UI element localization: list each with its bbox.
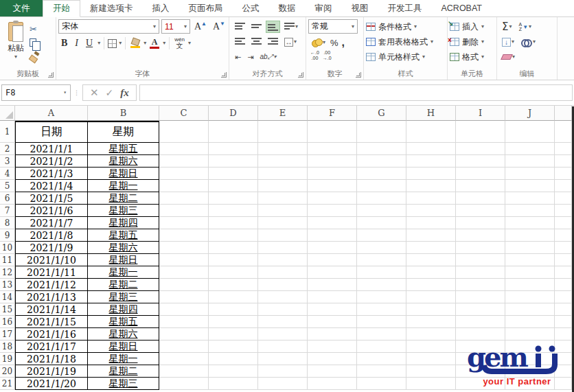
row-header-18[interactable]: 18 <box>0 341 15 353</box>
column-header-B[interactable]: B <box>88 106 159 121</box>
formula-input[interactable] <box>139 84 573 101</box>
cell-empty[interactable] <box>159 303 209 316</box>
cell-empty[interactable] <box>308 341 357 353</box>
cell-empty[interactable] <box>406 303 456 316</box>
borders-icon[interactable] <box>108 39 117 48</box>
cell-date-row15[interactable]: 2021/1/14 <box>15 303 88 316</box>
cell-empty[interactable] <box>209 365 258 378</box>
tab-item-2[interactable]: 插入 <box>143 0 179 16</box>
cell-empty[interactable] <box>555 217 572 229</box>
cell-empty[interactable] <box>555 242 572 254</box>
cell-empty[interactable] <box>357 303 406 316</box>
cell-empty[interactable] <box>357 155 406 168</box>
merge-center-button[interactable]: ↔▾ <box>283 36 298 48</box>
cell-empty[interactable] <box>505 242 555 254</box>
clear-button[interactable]: ▾ <box>501 53 516 61</box>
cell-weekday-row3[interactable]: 星期六 <box>88 155 159 168</box>
cell-date-row7[interactable]: 2021/1/6 <box>15 205 88 217</box>
cell-empty[interactable] <box>209 168 258 180</box>
cell-empty[interactable] <box>159 365 209 378</box>
cell-empty[interactable] <box>308 365 357 378</box>
cell-empty[interactable] <box>357 242 406 254</box>
cell-empty[interactable] <box>357 121 406 143</box>
cell-empty[interactable] <box>357 205 406 217</box>
row-header-13[interactable]: 13 <box>0 279 15 291</box>
cell-empty[interactable] <box>308 266 357 279</box>
cell-empty[interactable] <box>258 229 308 242</box>
cell-empty[interactable] <box>505 254 555 266</box>
column-header-G[interactable]: G <box>357 106 406 121</box>
cell-empty[interactable] <box>555 192 572 205</box>
cell-empty[interactable] <box>406 180 456 192</box>
cell-empty[interactable] <box>209 303 258 316</box>
cell-empty[interactable] <box>308 353 357 365</box>
cell-empty[interactable] <box>258 143 308 155</box>
cell-empty[interactable] <box>258 242 308 254</box>
cell-weekday-row14[interactable]: 星期三 <box>88 291 159 303</box>
cell-empty[interactable] <box>456 155 505 168</box>
column-header-E[interactable]: E <box>258 106 308 121</box>
cell-empty[interactable] <box>308 168 357 180</box>
cell-empty[interactable] <box>209 254 258 266</box>
cell-empty[interactable] <box>209 291 258 303</box>
row-header-3[interactable]: 3 <box>0 155 15 168</box>
cell-empty[interactable] <box>209 242 258 254</box>
increase-decimal-button[interactable]: ←.0 .00 <box>310 50 319 60</box>
cell-date-row17[interactable]: 2021/1/16 <box>15 328 88 341</box>
cell-empty[interactable] <box>258 279 308 291</box>
cell-empty[interactable] <box>456 291 505 303</box>
cell-empty[interactable] <box>505 303 555 316</box>
row-header-6[interactable]: 6 <box>0 192 15 205</box>
phonetic-caret-icon[interactable]: ▾ <box>188 41 191 46</box>
format-as-table-button[interactable]: 套用表格格式▾ <box>366 34 446 49</box>
cancel-entry-icon[interactable]: ✕ <box>90 87 99 99</box>
cell-empty[interactable] <box>258 353 308 365</box>
cell-empty[interactable] <box>406 353 456 365</box>
cell-date-row6[interactable]: 2021/1/5 <box>15 192 88 205</box>
cell-weekday-row15[interactable]: 星期四 <box>88 303 159 316</box>
align-bottom-button[interactable] <box>266 21 279 32</box>
cell-empty[interactable] <box>505 266 555 279</box>
cell-empty[interactable] <box>357 192 406 205</box>
cell-empty[interactable] <box>456 279 505 291</box>
number-format-combo[interactable]: 常规▾ <box>308 19 358 34</box>
cell-empty[interactable] <box>406 192 456 205</box>
cell-empty[interactable] <box>159 168 209 180</box>
cell-empty[interactable] <box>357 143 406 155</box>
cell-empty[interactable] <box>357 217 406 229</box>
cell-empty[interactable] <box>505 328 555 341</box>
cell-empty[interactable] <box>209 279 258 291</box>
insert-cells-button[interactable]: ↘ 插入▾ <box>450 19 495 34</box>
cell-weekday-row7[interactable]: 星期三 <box>88 205 159 217</box>
align-top-button[interactable] <box>233 21 246 32</box>
cell-empty[interactable] <box>159 353 209 365</box>
cell-empty[interactable] <box>308 328 357 341</box>
cell-empty[interactable] <box>456 242 505 254</box>
cell-empty[interactable] <box>357 229 406 242</box>
cell-empty[interactable] <box>308 205 357 217</box>
cell-weekday-row2[interactable]: 星期五 <box>88 143 159 155</box>
cell-empty[interactable] <box>308 378 357 390</box>
cell-empty[interactable] <box>209 266 258 279</box>
tab-item-7[interactable]: 视图 <box>342 0 378 16</box>
cell-empty[interactable] <box>159 205 209 217</box>
cell-weekday-row10[interactable]: 星期六 <box>88 242 159 254</box>
cell-empty[interactable] <box>456 217 505 229</box>
row-header-17[interactable]: 17 <box>0 328 15 341</box>
row-header-21[interactable]: 21 <box>0 378 15 390</box>
cell-empty[interactable] <box>555 254 572 266</box>
font-size-combo[interactable]: 11▾ <box>161 19 190 34</box>
cell-empty[interactable] <box>159 291 209 303</box>
cell-empty[interactable] <box>555 121 572 143</box>
cell-date-row20[interactable]: 2021/1/19 <box>15 365 88 378</box>
cell-empty[interactable] <box>406 254 456 266</box>
cell-empty[interactable] <box>209 143 258 155</box>
cell-empty[interactable] <box>406 205 456 217</box>
cell-empty[interactable] <box>456 143 505 155</box>
row-header-14[interactable]: 14 <box>0 291 15 303</box>
cell-empty[interactable] <box>159 180 209 192</box>
cell-empty[interactable] <box>456 328 505 341</box>
alignment-dialog-launcher[interactable] <box>298 72 303 78</box>
cell-weekday-row17[interactable]: 星期六 <box>88 328 159 341</box>
cell-empty[interactable] <box>209 378 258 390</box>
